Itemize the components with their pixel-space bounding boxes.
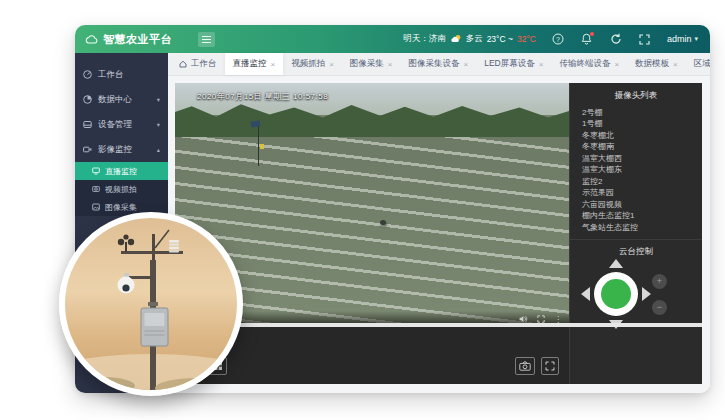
sidebar-subitem-label: 直播监控 (105, 166, 137, 177)
sidebar-item-device-mgmt[interactable]: 设备管理 ▾ (75, 112, 168, 137)
ptz-zoom-buttons: + − (652, 274, 667, 315)
dashboard-icon (83, 70, 92, 79)
sidebar-item-label: 数据中心 (98, 94, 132, 106)
tab-label: 图像采集 (350, 58, 384, 70)
tab-label: 传输终端设备 (559, 58, 610, 70)
camera-list-item[interactable]: 监控2 (570, 176, 702, 188)
fullscreen-video-button[interactable] (541, 357, 559, 375)
tab-label: 区域管理 (694, 58, 710, 70)
sidebar-item-label: 设备管理 (98, 119, 132, 131)
weather-city: 明天：济南 (403, 33, 446, 45)
camera-list-item[interactable]: 温室大棚东 (570, 165, 702, 177)
weather-station-photo (59, 212, 243, 396)
image-icon (92, 203, 100, 211)
sidebar-subitem-live-monitor[interactable]: 直播监控 (75, 162, 168, 180)
sidebar-item-video-monitor[interactable]: 影像监控 ▴ (75, 137, 168, 162)
ptz-right-arrow[interactable] (642, 287, 651, 301)
camera-list-item[interactable]: 冬枣棚南 (570, 142, 702, 154)
close-tab-icon[interactable]: × (388, 60, 393, 69)
weather-station-illustration (65, 218, 237, 390)
tab-data-template[interactable]: 数据模板 × (627, 53, 686, 75)
user-menu[interactable]: admin ▾ (667, 34, 698, 44)
temp-low: 23°C ~ (487, 34, 513, 44)
tab-transmission-device[interactable]: 传输终端设备 × (551, 53, 627, 75)
sensor-pole (258, 124, 260, 165)
caret-up-icon: ▴ (157, 146, 160, 154)
camera-list-item[interactable]: 冬枣棚北 (570, 130, 702, 142)
tab-video-snapshot[interactable]: 视频抓拍 × (283, 53, 342, 75)
ptz-left-arrow[interactable] (581, 287, 590, 301)
zoom-out-button[interactable]: − (652, 300, 667, 315)
app-header: 智慧农业平台 明天：济南 多云 23°C ~ 32°C ? (75, 25, 710, 53)
caret-down-icon: ▾ (157, 121, 160, 129)
camera-list-item[interactable]: 2号棚 (570, 107, 702, 119)
tab-workbench[interactable]: 工作台 (171, 53, 225, 75)
sidebar-item-label: 影像监控 (98, 144, 132, 156)
camera-list-item[interactable]: 棚内生态监控1 (570, 211, 702, 223)
zoom-in-button[interactable]: + (652, 274, 667, 289)
volume-icon[interactable] (519, 315, 528, 323)
weather-info: 明天：济南 多云 23°C ~ 32°C (403, 33, 536, 45)
camera-list-item[interactable]: 示范果园 (570, 188, 702, 200)
snapshot-icon (92, 185, 100, 193)
camera-list-item[interactable]: 温室大棚西 (570, 153, 702, 165)
svg-text:?: ? (556, 36, 560, 43)
tab-bar: 工作台 直播监控 × 视频抓拍 × 图像采集 × 图像采 (168, 53, 710, 76)
cloud-logo-icon (85, 30, 98, 48)
video-seek-bar[interactable] (175, 323, 702, 327)
ptz-dpad (594, 272, 638, 316)
tab-label: 数据模板 (635, 58, 669, 70)
tab-led-screen-device[interactable]: LED屏幕设备 × (476, 53, 551, 75)
camera-list-item[interactable]: 六亩园视频 (570, 199, 702, 211)
header-right: 明天：济南 多云 23°C ~ 32°C ? (403, 32, 698, 46)
tab-image-capture[interactable]: 图像采集 × (342, 53, 401, 75)
sidebar-item-data-center[interactable]: 数据中心 ▾ (75, 87, 168, 112)
weather-condition: 多云 (466, 33, 483, 45)
ptz-title: 云台控制 (570, 246, 702, 258)
close-tab-icon[interactable]: × (329, 60, 334, 69)
temp-high: 32°C (517, 34, 536, 44)
ptz-up-arrow[interactable] (609, 259, 623, 268)
camera-list-item[interactable]: 气象站生态监控 (570, 222, 702, 234)
close-tab-icon[interactable]: × (539, 60, 544, 69)
help-icon[interactable]: ? (551, 32, 565, 46)
caret-down-icon: ▾ (157, 96, 160, 104)
yellow-marker (260, 144, 264, 149)
video-timestamp: 2020年07月15日 星期三 10:57:58 (197, 91, 328, 102)
collapse-menu-button[interactable] (198, 32, 215, 47)
camera-list-item[interactable]: 1号棚 (570, 119, 702, 131)
refresh-icon[interactable] (609, 32, 623, 46)
sidebar-item-workbench[interactable]: 工作台 (75, 62, 168, 87)
close-tab-icon[interactable]: × (614, 60, 619, 69)
camera-panel: 摄像头列表 2号棚 1号棚 冬枣棚北 冬枣棚南 温室大棚西 温室大棚东 监控2 … (569, 83, 702, 384)
sidebar-subitem-video-snapshot[interactable]: 视频抓拍 (75, 180, 168, 198)
tab-label: LED屏幕设备 (484, 58, 535, 70)
tab-label: 直播监控 (233, 58, 267, 70)
dark-spot (380, 220, 386, 225)
tab-label: 视频抓拍 (291, 58, 325, 70)
sidebar-item-label: 工作台 (98, 69, 124, 81)
tab-label: 工作台 (191, 58, 217, 70)
logo: 智慧农业平台 (85, 30, 172, 48)
ptz-center-button[interactable] (601, 279, 631, 309)
close-tab-icon[interactable]: × (673, 60, 678, 69)
solar-panel (250, 120, 260, 127)
device-icon (83, 120, 92, 129)
tab-image-capture-device[interactable]: 图像采集设备 × (401, 53, 477, 75)
monitor-icon (92, 167, 100, 175)
expand-icon[interactable] (537, 315, 545, 323)
camera-icon (519, 361, 531, 371)
home-icon (179, 60, 187, 68)
sidebar-submenu: 直播监控 视频抓拍 图像采集 (75, 162, 168, 216)
notification-bell-icon[interactable] (580, 32, 594, 46)
pie-chart-icon (83, 95, 92, 104)
tab-live-monitor[interactable]: 直播监控 × (225, 53, 284, 75)
close-tab-icon[interactable]: × (271, 60, 276, 69)
video-camera-icon (83, 145, 92, 154)
close-tab-icon[interactable]: × (464, 60, 469, 69)
fullscreen-icon[interactable] (638, 32, 652, 46)
snapshot-button[interactable] (515, 357, 535, 375)
notification-badge (590, 32, 594, 36)
tab-region-mgmt[interactable]: 区域管理 × (686, 53, 710, 75)
cloud-sun-icon (450, 34, 462, 45)
